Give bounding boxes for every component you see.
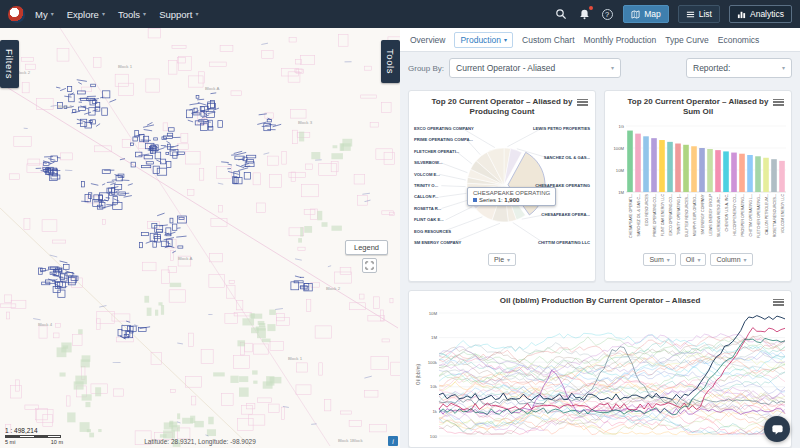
svg-text:SM ENERGY COMPANY: SM ENERGY COMPANY (701, 194, 705, 235)
analytics-tabs: Overview Production▾ Custom Chart Monthl… (400, 28, 800, 52)
svg-text:EXCO OPERATING COMPANY: EXCO OPERATING COMPANY (414, 126, 474, 131)
svg-text:1M: 1M (618, 190, 624, 195)
tooltip-series-name: CHESAPEAKE OPERATING (473, 190, 550, 196)
measure-select[interactable]: Oil▾ (680, 253, 707, 266)
list-icon (686, 10, 695, 19)
analytics-panel: Overview Production▾ Custom Chart Monthl… (400, 28, 800, 448)
group-by-select[interactable]: Current Operator - Aliased ▾ (449, 58, 621, 78)
tooltip-value: 1,900 (504, 197, 519, 203)
pie-chart[interactable]: EXCO OPERATING COMPANYPRIME OPERATING CO… (413, 118, 591, 252)
chart-type-value: Pie (494, 256, 504, 263)
svg-text:Block 4: Block 4 (38, 322, 53, 327)
map-canvas[interactable]: Block 2Block 1Block 5Block ABlock 3Block… (0, 28, 400, 448)
map-scale-ratio: 1 : 498,214 (5, 427, 63, 434)
map-view-label: Map (644, 9, 661, 19)
svg-text:1G: 1G (618, 124, 624, 129)
svg-text:TRINITY O...: TRINITY O... (414, 183, 438, 188)
svg-text:MURPHY EXPLORATIO...: MURPHY EXPLORATIO... (693, 194, 697, 236)
svg-text:FLINT OAK E...: FLINT OAK E... (414, 217, 444, 222)
sum-oil-chart-card: Top 20 Current Operator – Aliased by Sum… (604, 90, 792, 282)
chevron-down-icon: ▾ (507, 257, 510, 263)
chart-cards: Top 20 Current Operator – Aliased by Pro… (400, 84, 800, 448)
chart-style-select[interactable]: Column▾ (710, 253, 752, 266)
chart-menu-icon[interactable] (773, 297, 784, 307)
menu-my[interactable]: My▾ (35, 9, 54, 20)
svg-text:10M: 10M (429, 310, 438, 315)
main-menu: My▾ Explore▾ Tools▾ Support▾ (35, 9, 198, 20)
chart-style-value: Column (716, 256, 740, 263)
chevron-down-icon: ▾ (744, 257, 747, 263)
svg-text:Block 1: Block 1 (288, 356, 303, 361)
svg-text:PROSPER OPERATING...: PROSPER OPERATING... (741, 194, 745, 236)
legend-button[interactable]: Legend (345, 240, 388, 255)
tab-type-curve[interactable]: Type Curve (665, 35, 708, 45)
tools-tab[interactable]: Tools (381, 40, 400, 83)
tab-production[interactable]: Production▾ (454, 32, 513, 48)
chart-type-select[interactable]: Pie▾ (488, 253, 516, 266)
help-icon[interactable]: ? (600, 7, 614, 21)
menu-explore[interactable]: Explore▾ (67, 9, 105, 20)
tooltip-series-label: Series 1: (479, 197, 503, 203)
svg-text:SANCHEZ OIL & GAS C...: SANCHEZ OIL & GAS C... (637, 194, 641, 236)
line-chart[interactable]: 10M1M100k10k1k100Oil (bbl/m) (413, 308, 789, 440)
svg-text:ROSETTA RESOURCES...: ROSETTA RESOURCES... (773, 194, 777, 237)
chevron-down-icon: ▾ (51, 11, 54, 17)
svg-text:SILVERBOW...: SILVERBOW... (414, 160, 442, 165)
tab-custom-chart[interactable]: Custom Chart (522, 35, 574, 45)
list-view-button[interactable]: List (678, 5, 720, 23)
group-by-label: Group By: (408, 64, 444, 73)
svg-text:HILCORP ENERGY CO...: HILCORP ENERGY CO... (733, 194, 737, 235)
analytics-view-button[interactable]: Analytics (729, 5, 792, 23)
chevron-down-icon: ▾ (504, 37, 507, 43)
chevron-down-icon: ▾ (782, 65, 785, 71)
tab-monthly-production[interactable]: Monthly Production (584, 35, 657, 45)
expand-icon (365, 261, 374, 270)
map-view-button[interactable]: Map (623, 5, 669, 23)
menu-explore-label: Explore (67, 9, 99, 20)
analytics-icon (737, 10, 746, 19)
bell-icon[interactable] (577, 7, 591, 21)
aggregate-value: Sum (649, 256, 663, 263)
reported-select[interactable]: Reported: ▾ (686, 58, 792, 78)
svg-text:SANCHEZ OIL & GAS...: SANCHEZ OIL & GAS... (544, 155, 590, 160)
svg-text:SM ENERGY COMPANY: SM ENERGY COMPANY (414, 240, 462, 245)
chart-menu-icon[interactable] (577, 97, 588, 107)
search-icon[interactable] (554, 7, 568, 21)
map-icon (631, 10, 640, 19)
chat-bubble-button[interactable] (764, 416, 790, 442)
bar-chart[interactable]: 1G100M10M1MCHESAPEAKE OPERATI...SANCHEZ … (609, 118, 787, 252)
app-logo[interactable] (8, 6, 25, 23)
svg-text:SILVERBOW RESOURC...: SILVERBOW RESOURC... (717, 194, 721, 237)
svg-text:EOG RESOURCES: EOG RESOURCES (645, 194, 649, 226)
svg-text:100M: 100M (614, 146, 625, 151)
svg-text:FLETCHER OPERATING...: FLETCHER OPERATING... (757, 194, 761, 238)
svg-text:ROSETTA R...: ROSETTA R... (414, 206, 441, 211)
svg-text:PRIME OPERATING CO...: PRIME OPERATING CO... (653, 194, 657, 237)
map-info-button[interactable]: i (388, 436, 398, 446)
map-panel: Block 2Block 1Block 5Block ABlock 3Block… (0, 28, 400, 448)
svg-text:100: 100 (430, 433, 438, 438)
chart-menu-icon[interactable] (773, 97, 784, 107)
svg-text:CHITTIM OPERATING LLC: CHITTIM OPERATING LLC (538, 240, 590, 245)
menu-tools[interactable]: Tools▾ (118, 9, 146, 20)
tab-economics[interactable]: Economics (718, 35, 760, 45)
svg-text:100k: 100k (428, 359, 438, 364)
menu-my-label: My (35, 9, 48, 20)
aggregate-select[interactable]: Sum▾ (643, 253, 675, 266)
zoom-extent-button[interactable] (362, 258, 377, 273)
chevron-down-icon: ▾ (102, 11, 105, 17)
top-navbar: My▾ Explore▾ Tools▾ Support▾ ? Map List … (0, 0, 800, 28)
svg-text:CHESAPEAKE OPERATI...: CHESAPEAKE OPERATI... (629, 194, 633, 238)
list-view-label: List (699, 9, 712, 19)
svg-text:GULFTEX RESOURCES...: GULFTEX RESOURCES... (685, 194, 689, 237)
menu-tools-label: Tools (118, 9, 140, 20)
chevron-down-icon: ▾ (667, 257, 670, 263)
menu-support[interactable]: Support▾ (159, 9, 198, 20)
svg-text:Block A: Block A (205, 86, 219, 91)
notification-badge (589, 6, 593, 10)
menu-support-label: Support (159, 9, 192, 20)
filters-tab[interactable]: Filters (0, 40, 19, 88)
tab-overview[interactable]: Overview (410, 35, 445, 45)
svg-text:1M: 1M (431, 335, 437, 340)
svg-text:Block 1: Block 1 (118, 64, 133, 69)
